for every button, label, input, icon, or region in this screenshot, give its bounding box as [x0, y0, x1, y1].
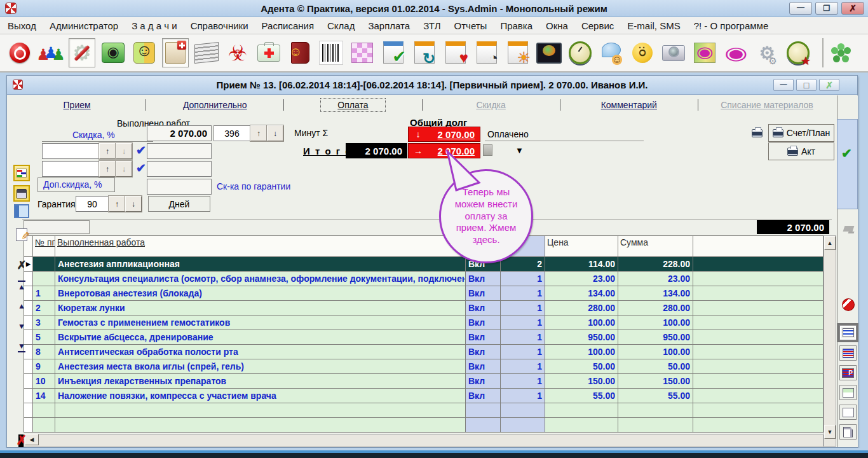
cell-price: 134.00	[545, 286, 618, 301]
table-row[interactable]: 2Кюретаж лункиВкл1280.00280.00	[24, 301, 824, 316]
reception-window: Прием № 13. [06.02.2014 18:14]-[06.02.20…	[6, 75, 858, 448]
move-top-icon[interactable]	[13, 277, 30, 294]
price-header[interactable]: Цена	[545, 236, 618, 257]
cell-qty	[501, 403, 545, 418]
table-row[interactable]: Консультация специалиста (осмотр, сбор а…	[24, 272, 824, 286]
view-lines-button[interactable]	[839, 325, 857, 340]
menu-item[interactable]: Зарплата	[368, 20, 410, 31]
table-row[interactable]: 9Анестезия места вкола иглы (спрей, гель…	[24, 359, 824, 374]
move-bottom-icon[interactable]	[13, 338, 30, 355]
view-ep-button[interactable]	[839, 365, 857, 380]
medical-card-add-icon[interactable]	[162, 38, 189, 67]
smiley-book-icon[interactable]	[287, 38, 313, 67]
works-table: № пп Выполненная работа Цена Сумма ▶Анес…	[24, 235, 824, 433]
table-row[interactable]: ▶Анестезия аппликационнаяВкл2114.00228.0…	[24, 257, 824, 272]
menu-item[interactable]: З а д а ч и	[132, 20, 177, 31]
move-down-icon[interactable]	[13, 318, 30, 335]
cell-price: 280.00	[545, 301, 618, 316]
table-row[interactable]: 1Внеротовая анестезия (блокада)Вкл1134.0…	[24, 286, 824, 301]
cell-num: 14	[33, 389, 55, 403]
cancel-red-x-icon[interactable]	[13, 432, 30, 448]
menu-item[interactable]: Правка	[500, 20, 532, 31]
name-header[interactable]: Выполненная работа	[55, 236, 466, 257]
table-row[interactable]	[24, 403, 824, 418]
works-body: ▶Анестезия аппликационнаяВкл2114.00228.0…	[24, 257, 824, 433]
menu-item[interactable]: ЗТЛ	[423, 20, 440, 31]
close-button[interactable]	[841, 2, 864, 15]
cell-name: Консультация специалиста (осмотр, сбор а…	[55, 272, 466, 286]
view-stripes-button[interactable]	[839, 345, 857, 361]
table-row[interactable]: 10Инъекция лекарственных препаратовВкл11…	[24, 374, 824, 389]
table-row[interactable]: 5Вскрытие абсцесса, дренированиеВкл1950.…	[24, 330, 824, 345]
save-icon[interactable]	[13, 185, 30, 202]
alarm-star-icon[interactable]	[785, 38, 811, 67]
stamp-icon[interactable]	[840, 221, 857, 236]
confirm-panel	[837, 119, 858, 209]
no-entry-icon[interactable]	[840, 297, 857, 312]
gears-icon[interactable]	[754, 38, 780, 67]
delete-x-icon[interactable]	[13, 257, 30, 274]
settings-tools-icon[interactable]	[69, 38, 95, 67]
power-icon[interactable]	[6, 38, 33, 67]
users-icon[interactable]	[37, 38, 64, 67]
eye-icon[interactable]	[722, 38, 749, 67]
tv-parrot-icon[interactable]	[536, 38, 562, 67]
cell-sum: 23.00	[618, 272, 693, 286]
menu-item[interactable]: Сервис	[581, 20, 614, 31]
alarm-clock-icon[interactable]	[567, 38, 593, 67]
menu-item[interactable]: Администратор	[50, 20, 118, 31]
biohazard-icon[interactable]	[224, 38, 251, 67]
finder-face-icon[interactable]	[131, 38, 158, 67]
photo-eye-icon[interactable]	[691, 38, 718, 67]
menu-item[interactable]: Выход	[8, 20, 36, 31]
sum-header[interactable]: Сумма	[618, 236, 693, 257]
num-header[interactable]: № пп	[33, 236, 55, 257]
schedule-grid-icon[interactable]	[349, 38, 376, 67]
menu-item[interactable]: ?! - О программе	[694, 20, 769, 31]
menu-item[interactable]: Отчеты	[454, 20, 487, 31]
view-green-button[interactable]	[839, 385, 857, 400]
chat-smiley-icon[interactable]	[598, 38, 625, 67]
calendar-clock-icon[interactable]	[473, 38, 500, 67]
books-icon[interactable]	[193, 38, 220, 67]
cell-num	[33, 272, 55, 286]
cell-name: Анестезия аппликационная	[55, 257, 466, 272]
camera-icon[interactable]	[660, 38, 687, 67]
table-row[interactable]: 3Гемостаз с применением гемостатиковВкл1…	[24, 316, 824, 330]
menu-item[interactable]: Окна	[546, 20, 568, 31]
scroll-up-button[interactable]: ▲	[824, 236, 836, 250]
restore-button[interactable]	[815, 2, 838, 15]
surprised-face-icon[interactable]	[629, 38, 656, 67]
table-row[interactable]	[24, 418, 824, 433]
cell-sel	[24, 403, 33, 418]
cell-sum: 228.00	[618, 257, 693, 272]
view-blank-button[interactable]	[839, 405, 857, 420]
scroll-down-button[interactable]: ▼	[824, 425, 836, 439]
vertical-scrollbar[interactable]: ▲ ▼	[824, 235, 836, 447]
calendar-heart-icon[interactable]	[442, 38, 469, 67]
table-row[interactable]: 8Антисептическая обработка полости ртаВк…	[24, 345, 824, 359]
first-aid-icon[interactable]	[255, 38, 282, 67]
icq-flower-icon[interactable]	[822, 38, 849, 67]
menu-item[interactable]: Справочники	[191, 20, 248, 31]
table-row[interactable]: 14Наложение повязки, компресса с участие…	[24, 389, 824, 403]
video-folder-icon[interactable]	[100, 38, 126, 67]
edit-note-icon[interactable]	[13, 226, 30, 243]
cell-sel	[24, 418, 33, 433]
menu-item[interactable]: E-mail, SMS	[627, 20, 680, 31]
minimize-button[interactable]	[789, 2, 812, 15]
barcode-icon[interactable]	[318, 38, 344, 67]
menu-item[interactable]: Расписания	[262, 20, 314, 31]
calendar-check-icon[interactable]	[380, 38, 407, 67]
cell-name	[55, 403, 466, 418]
window-icon[interactable]	[13, 203, 30, 219]
confirm-check-button[interactable]	[841, 146, 852, 161]
horizontal-scrollbar[interactable]: ◀	[24, 434, 824, 447]
cells-chart-icon[interactable]	[13, 165, 30, 181]
page-icon-button[interactable]	[839, 424, 857, 440]
calendar-sun-icon[interactable]	[505, 38, 531, 67]
move-up-icon[interactable]	[13, 298, 30, 314]
menu-item[interactable]: Склад	[327, 20, 355, 31]
cell-incl: Вкл	[466, 374, 501, 389]
calendar-refresh-icon[interactable]	[411, 38, 438, 67]
